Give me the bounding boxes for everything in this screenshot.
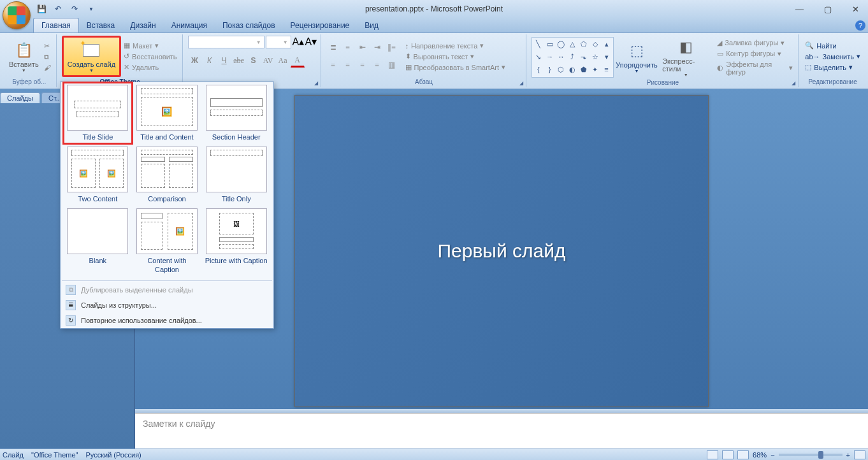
align-right-button[interactable]: ≡ — [356, 59, 370, 73]
paste-button[interactable]: 📋 Вставить ▼ — [6, 39, 41, 74]
select-button[interactable]: ⬚ Выделить ▾ — [804, 62, 862, 72]
group-paragraph: ≣ ≡ ⇤ ⇥ ‖≡ ≡ ≡ ≡ ≡ ▥ ↕ Направление текст… — [322, 34, 526, 87]
increase-indent-button[interactable]: ⇥ — [370, 41, 384, 55]
theme-indicator[interactable]: "Office Theme" — [31, 451, 78, 459]
decrease-indent-button[interactable]: ⇤ — [356, 41, 370, 55]
cut-button: ✂ — [43, 41, 52, 51]
layout-label: Blank — [89, 257, 107, 265]
save-icon[interactable]: 💾 — [34, 2, 48, 16]
duplicate-icon: ⧉ — [66, 285, 76, 295]
layout-two-content[interactable]: 🖼️ 🖼️ Two Content — [66, 147, 130, 203]
font-name-combo[interactable]: ▼ — [188, 36, 264, 48]
maximize-button[interactable]: ▢ — [820, 3, 835, 15]
shrink-font-icon[interactable]: A▾ — [305, 36, 317, 48]
tab-animation[interactable]: Анимация — [164, 18, 215, 32]
layout-comparison[interactable]: Comparison — [135, 147, 199, 203]
undo-icon[interactable]: ↶ — [51, 2, 65, 16]
zoom-level[interactable]: 68% — [753, 451, 767, 459]
new-slide-gallery: Title Slide 🖼️ Title and Content Section… — [60, 82, 274, 329]
ribbon-tabs: Главная Вставка Дизайн Анимация Показ сл… — [0, 18, 868, 33]
arrange-button[interactable]: ⬚ Упорядочить▼ — [615, 40, 658, 75]
zoom-in-button[interactable]: + — [846, 451, 850, 459]
justify-button[interactable]: ≡ — [370, 59, 384, 73]
clipboard-group-label: Буфер об... — [6, 77, 52, 86]
line-spacing-button[interactable]: ‖≡ — [385, 41, 399, 55]
shapes-gallery[interactable]: ╲▭◯△⬠◇▴ ↘→↔⤴⬎☆▾ {}⬡◐⬟✦≡ — [532, 37, 614, 78]
align-text-button[interactable]: ⬍ Выровнять текст ▾ — [404, 52, 507, 61]
align-left-button[interactable]: ≡ — [326, 59, 340, 73]
office-button[interactable] — [3, 1, 31, 29]
tab-insert[interactable]: Вставка — [79, 18, 123, 32]
slides-from-outline-menuitem[interactable]: ≣ Слайды из структуры... — [61, 298, 273, 313]
find-button[interactable]: 🔍 Найти — [804, 41, 862, 50]
dialog-launcher-icon[interactable]: ◢ — [519, 80, 523, 86]
layout-picture-caption[interactable]: 🖼 Picture with Caption — [204, 208, 268, 273]
text-direction-button[interactable]: ↕ Направление текста ▾ — [404, 41, 507, 50]
sorter-view-button[interactable] — [722, 450, 734, 459]
layout-content-caption[interactable]: 🖼️ Content with Caption — [135, 208, 199, 273]
underline-button[interactable]: Ч — [217, 54, 231, 68]
tab-view[interactable]: Вид — [357, 18, 386, 32]
slide-indicator[interactable]: Слайд — [3, 451, 24, 459]
paste-label: Вставить — [9, 61, 39, 68]
group-slides: ✦ Создать слайд ▼ ▦ Макет ▾ ↺ Восстанови… — [58, 34, 183, 87]
slide-canvas[interactable]: Первый слайд — [294, 95, 709, 407]
shape-effects-button[interactable]: ◐ Эффекты для фигур ▾ — [716, 60, 794, 76]
grow-font-icon[interactable]: A▴ — [293, 36, 304, 48]
layout-title-only[interactable]: Title Only — [204, 147, 268, 203]
bold-button[interactable]: Ж — [188, 54, 202, 68]
reset-button[interactable]: ↺ Восстановить — [122, 52, 178, 61]
layout-label: Title and Content — [140, 133, 193, 141]
zoom-slider[interactable] — [779, 454, 843, 456]
shape-outline-button[interactable]: ▭ Контур фигуры ▾ — [716, 49, 794, 59]
fit-to-window-button[interactable] — [854, 450, 865, 459]
help-icon[interactable]: ? — [855, 20, 865, 31]
qat-dropdown-icon[interactable]: ▼ — [84, 2, 98, 16]
reuse-slides-menuitem[interactable]: ↻ Повторное использование слайдов... — [61, 313, 273, 328]
minimize-button[interactable]: — — [792, 3, 807, 15]
ribbon: 📋 Вставить ▼ ✂ ⧉ 🖌 Буфер об... ✦ Создать… — [0, 33, 868, 89]
dialog-launcher-icon[interactable]: ◢ — [792, 80, 795, 86]
convert-smartart-button[interactable]: ▦ Преобразовать в SmartArt ▾ — [404, 62, 507, 72]
tab-slideshow[interactable]: Показ слайдов — [215, 18, 283, 32]
italic-button[interactable]: К — [203, 54, 217, 68]
new-slide-label: Создать слайд — [68, 61, 115, 68]
new-slide-icon: ✦ — [81, 40, 101, 61]
replace-button[interactable]: ab→ Заменить ▾ — [804, 52, 862, 61]
tab-home[interactable]: Главная — [33, 18, 79, 32]
layout-blank[interactable]: Blank — [66, 208, 130, 273]
language-indicator[interactable]: Русский (Россия) — [85, 451, 141, 459]
layout-section-header[interactable]: Section Header — [204, 85, 268, 141]
font-color-button[interactable]: A — [291, 54, 305, 68]
tab-slides-panel[interactable]: Слайды — [0, 92, 40, 103]
close-button[interactable]: ✕ — [848, 3, 863, 15]
slide-title[interactable]: Первый слайд — [438, 240, 566, 262]
numbering-button[interactable]: ≡ — [341, 41, 355, 55]
change-case-button[interactable]: Aa — [276, 54, 290, 68]
align-center-button[interactable]: ≡ — [341, 59, 355, 73]
delete-slide-button[interactable]: ✕ Удалить — [122, 62, 178, 72]
shadow-button[interactable]: S — [247, 54, 261, 68]
slideshow-view-button[interactable] — [737, 450, 749, 459]
notes-pane[interactable]: Заметки к слайду — [135, 413, 868, 449]
font-size-combo[interactable]: ▼ — [266, 36, 291, 48]
layout-button[interactable]: ▦ Макет ▾ — [122, 41, 178, 50]
normal-view-button[interactable] — [707, 450, 718, 459]
shape-fill-button[interactable]: ◢ Заливка фигуры ▾ — [716, 38, 794, 48]
dialog-launcher-icon[interactable]: ◢ — [314, 80, 318, 86]
notes-placeholder: Заметки к слайду — [143, 419, 215, 429]
layout-label: Title Only — [222, 195, 251, 203]
char-spacing-button[interactable]: AV — [261, 54, 275, 68]
redo-icon[interactable]: ↷ — [68, 2, 82, 16]
columns-button[interactable]: ▥ — [385, 59, 399, 73]
layout-label: Title Slide — [82, 133, 113, 141]
layout-title-slide[interactable]: Title Slide — [62, 82, 133, 145]
strike-button[interactable]: abc — [232, 54, 246, 68]
tab-review[interactable]: Рецензирование — [283, 18, 358, 32]
zoom-out-button[interactable]: − — [770, 451, 774, 459]
tab-design[interactable]: Дизайн — [122, 18, 163, 32]
new-slide-button[interactable]: ✦ Создать слайд ▼ — [62, 36, 121, 77]
quick-styles-button[interactable]: ◧ Экспресс-стили▼ — [660, 36, 712, 78]
layout-title-content[interactable]: 🖼️ Title and Content — [135, 85, 199, 141]
bullets-button[interactable]: ≣ — [326, 41, 340, 55]
